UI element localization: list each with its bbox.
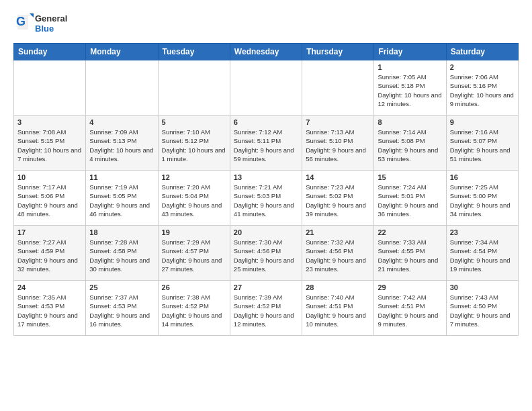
day-info: Sunrise: 7:05 AM Sunset: 5:18 PM Dayligh…	[378, 73, 442, 108]
calendar-cell: 13Sunrise: 7:21 AM Sunset: 5:03 PM Dayli…	[230, 171, 302, 226]
header: General Blue G	[13, 11, 519, 35]
logo-svg: General Blue G	[13, 11, 74, 35]
day-info: Sunrise: 7:17 AM Sunset: 5:06 PM Dayligh…	[17, 183, 82, 218]
calendar-week-5: 24Sunrise: 7:35 AM Sunset: 4:53 PM Dayli…	[14, 281, 519, 336]
calendar-cell: 27Sunrise: 7:39 AM Sunset: 4:52 PM Dayli…	[230, 281, 302, 336]
day-number: 27	[234, 283, 298, 291]
day-number: 30	[450, 283, 515, 291]
svg-text:G: G	[16, 15, 26, 28]
calendar-cell: 9Sunrise: 7:16 AM Sunset: 5:07 PM Daylig…	[446, 116, 518, 171]
day-number: 4	[89, 118, 154, 126]
calendar-header-friday: Friday	[374, 44, 446, 60]
day-info: Sunrise: 7:10 AM Sunset: 5:12 PM Dayligh…	[162, 128, 226, 163]
day-info: Sunrise: 7:32 AM Sunset: 4:56 PM Dayligh…	[306, 238, 370, 273]
svg-text:Blue: Blue	[35, 24, 54, 34]
calendar-cell: 18Sunrise: 7:28 AM Sunset: 4:58 PM Dayli…	[86, 226, 158, 281]
calendar-week-3: 10Sunrise: 7:17 AM Sunset: 5:06 PM Dayli…	[14, 171, 519, 226]
day-number: 1	[378, 63, 442, 71]
day-info: Sunrise: 7:20 AM Sunset: 5:04 PM Dayligh…	[162, 183, 226, 218]
calendar-cell	[158, 60, 230, 116]
day-info: Sunrise: 7:06 AM Sunset: 5:16 PM Dayligh…	[450, 73, 515, 108]
calendar-cell: 17Sunrise: 7:27 AM Sunset: 4:59 PM Dayli…	[14, 226, 86, 281]
calendar-cell: 28Sunrise: 7:40 AM Sunset: 4:51 PM Dayli…	[302, 281, 374, 336]
calendar-week-1: 1Sunrise: 7:05 AM Sunset: 5:18 PM Daylig…	[14, 60, 519, 116]
day-info: Sunrise: 7:37 AM Sunset: 4:53 PM Dayligh…	[89, 293, 154, 328]
calendar-cell: 1Sunrise: 7:05 AM Sunset: 5:18 PM Daylig…	[374, 60, 446, 116]
calendar-header-thursday: Thursday	[302, 44, 374, 60]
day-number: 5	[162, 118, 226, 126]
calendar-cell: 29Sunrise: 7:42 AM Sunset: 4:51 PM Dayli…	[374, 281, 446, 336]
day-info: Sunrise: 7:27 AM Sunset: 4:59 PM Dayligh…	[17, 238, 82, 273]
day-number: 12	[162, 173, 226, 181]
day-number: 22	[378, 228, 442, 236]
day-info: Sunrise: 7:42 AM Sunset: 4:51 PM Dayligh…	[378, 293, 442, 328]
calendar-cell: 10Sunrise: 7:17 AM Sunset: 5:06 PM Dayli…	[14, 171, 86, 226]
calendar-cell: 12Sunrise: 7:20 AM Sunset: 5:04 PM Dayli…	[158, 171, 230, 226]
day-number: 18	[89, 228, 154, 236]
calendar-cell: 25Sunrise: 7:37 AM Sunset: 4:53 PM Dayli…	[86, 281, 158, 336]
calendar-cell: 8Sunrise: 7:14 AM Sunset: 5:08 PM Daylig…	[374, 116, 446, 171]
day-number: 28	[306, 283, 370, 291]
day-info: Sunrise: 7:40 AM Sunset: 4:51 PM Dayligh…	[306, 293, 370, 328]
day-number: 23	[450, 228, 515, 236]
day-info: Sunrise: 7:35 AM Sunset: 4:53 PM Dayligh…	[17, 293, 82, 328]
calendar-cell	[302, 60, 374, 116]
calendar-week-2: 3Sunrise: 7:08 AM Sunset: 5:15 PM Daylig…	[14, 116, 519, 171]
day-number: 11	[89, 173, 154, 181]
logo: General Blue G	[13, 11, 74, 35]
calendar-cell: 7Sunrise: 7:13 AM Sunset: 5:10 PM Daylig…	[302, 116, 374, 171]
day-number: 16	[450, 173, 515, 181]
day-number: 29	[378, 283, 442, 291]
day-number: 19	[162, 228, 226, 236]
calendar-cell: 14Sunrise: 7:23 AM Sunset: 5:02 PM Dayli…	[302, 171, 374, 226]
calendar-cell	[14, 60, 86, 116]
calendar-cell: 26Sunrise: 7:38 AM Sunset: 4:52 PM Dayli…	[158, 281, 230, 336]
calendar-header-tuesday: Tuesday	[158, 44, 230, 60]
day-number: 15	[378, 173, 442, 181]
calendar-cell: 22Sunrise: 7:33 AM Sunset: 4:55 PM Dayli…	[374, 226, 446, 281]
day-info: Sunrise: 7:34 AM Sunset: 4:54 PM Dayligh…	[450, 238, 515, 273]
day-info: Sunrise: 7:12 AM Sunset: 5:11 PM Dayligh…	[234, 128, 298, 163]
day-info: Sunrise: 7:13 AM Sunset: 5:10 PM Dayligh…	[306, 128, 370, 163]
calendar-cell: 11Sunrise: 7:19 AM Sunset: 5:05 PM Dayli…	[86, 171, 158, 226]
day-info: Sunrise: 7:28 AM Sunset: 4:58 PM Dayligh…	[89, 238, 154, 273]
calendar: SundayMondayTuesdayWednesdayThursdayFrid…	[13, 43, 519, 336]
day-number: 17	[17, 228, 82, 236]
day-info: Sunrise: 7:33 AM Sunset: 4:55 PM Dayligh…	[378, 238, 442, 273]
day-number: 20	[234, 228, 298, 236]
calendar-header-wednesday: Wednesday	[230, 44, 302, 60]
calendar-cell: 15Sunrise: 7:24 AM Sunset: 5:01 PM Dayli…	[374, 171, 446, 226]
day-info: Sunrise: 7:30 AM Sunset: 4:56 PM Dayligh…	[234, 238, 298, 273]
day-number: 10	[17, 173, 82, 181]
calendar-cell: 21Sunrise: 7:32 AM Sunset: 4:56 PM Dayli…	[302, 226, 374, 281]
calendar-header-row: SundayMondayTuesdayWednesdayThursdayFrid…	[14, 44, 519, 60]
day-number: 26	[162, 283, 226, 291]
svg-text:General: General	[35, 13, 67, 24]
day-info: Sunrise: 7:24 AM Sunset: 5:01 PM Dayligh…	[378, 183, 442, 218]
day-number: 13	[234, 173, 298, 181]
calendar-cell: 24Sunrise: 7:35 AM Sunset: 4:53 PM Dayli…	[14, 281, 86, 336]
day-number: 3	[17, 118, 82, 126]
day-number: 25	[89, 283, 154, 291]
calendar-header-sunday: Sunday	[14, 44, 86, 60]
calendar-cell: 23Sunrise: 7:34 AM Sunset: 4:54 PM Dayli…	[446, 226, 518, 281]
day-info: Sunrise: 7:29 AM Sunset: 4:57 PM Dayligh…	[162, 238, 226, 273]
day-info: Sunrise: 7:21 AM Sunset: 5:03 PM Dayligh…	[234, 183, 298, 218]
day-number: 7	[306, 118, 370, 126]
calendar-week-4: 17Sunrise: 7:27 AM Sunset: 4:59 PM Dayli…	[14, 226, 519, 281]
day-info: Sunrise: 7:38 AM Sunset: 4:52 PM Dayligh…	[162, 293, 226, 328]
calendar-cell	[230, 60, 302, 116]
calendar-cell: 6Sunrise: 7:12 AM Sunset: 5:11 PM Daylig…	[230, 116, 302, 171]
day-number: 14	[306, 173, 370, 181]
calendar-cell	[86, 60, 158, 116]
day-number: 6	[234, 118, 298, 126]
page: General Blue G SundayMondayTuesdayWednes…	[0, 0, 532, 342]
calendar-cell: 4Sunrise: 7:09 AM Sunset: 5:13 PM Daylig…	[86, 116, 158, 171]
calendar-cell: 2Sunrise: 7:06 AM Sunset: 5:16 PM Daylig…	[446, 60, 518, 116]
day-number: 9	[450, 118, 515, 126]
day-info: Sunrise: 7:39 AM Sunset: 4:52 PM Dayligh…	[234, 293, 298, 328]
day-number: 2	[450, 63, 515, 71]
calendar-cell: 3Sunrise: 7:08 AM Sunset: 5:15 PM Daylig…	[14, 116, 86, 171]
day-info: Sunrise: 7:19 AM Sunset: 5:05 PM Dayligh…	[89, 183, 154, 218]
calendar-cell: 5Sunrise: 7:10 AM Sunset: 5:12 PM Daylig…	[158, 116, 230, 171]
